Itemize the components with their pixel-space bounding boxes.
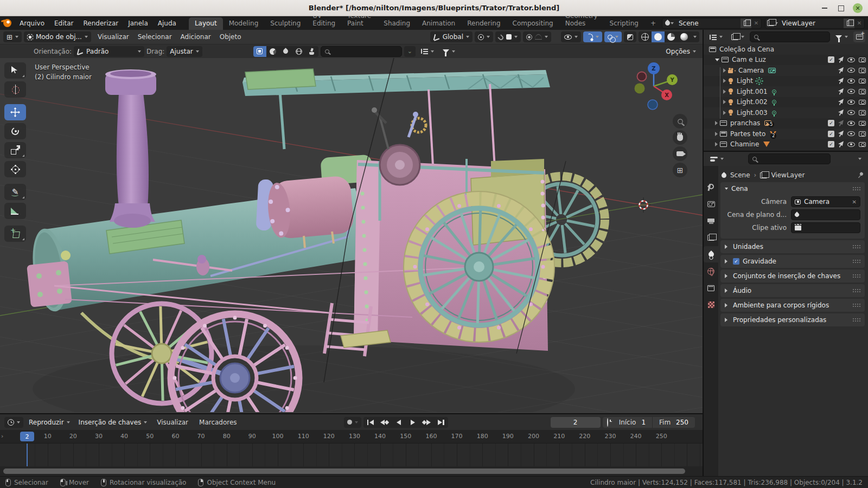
navigation-gizmo[interactable]: Z Y X: [628, 61, 680, 113]
axis-neg-z-ball[interactable]: [648, 100, 658, 110]
keying-menu[interactable]: Inserção de chaves: [75, 417, 151, 428]
timeline-expand-arrow[interactable]: ›: [1, 433, 3, 440]
properties-tab-texture[interactable]: [704, 297, 718, 313]
selectable-toggle-icon[interactable]: [838, 131, 844, 137]
expander-icon[interactable]: [723, 89, 726, 94]
panel-grip[interactable]: [852, 318, 860, 322]
disable-render-toggle-icon[interactable]: [859, 121, 866, 126]
outliner-row-camera[interactable]: Camera: [704, 65, 868, 76]
jump-last-button[interactable]: [434, 417, 448, 428]
section-checkbox-icon[interactable]: ✓: [733, 258, 739, 265]
hide-viewport-toggle-icon[interactable]: [847, 110, 855, 115]
expander-icon[interactable]: [723, 68, 726, 73]
section-header[interactable]: Unidades: [720, 240, 865, 253]
transform-orientation-dropdown[interactable]: Global: [430, 31, 473, 42]
panel-grip[interactable]: [852, 187, 860, 191]
viewlayer-name[interactable]: ViewLayer: [780, 20, 844, 27]
checkbox-icon[interactable]: ✓: [828, 141, 834, 147]
viewport-menu-objeto[interactable]: Objeto: [215, 33, 246, 41]
scene-selector[interactable]: Scene ✕: [662, 18, 762, 29]
outliner-item-label[interactable]: Light.001: [737, 88, 768, 95]
zoom-button[interactable]: [673, 114, 687, 129]
selectable-toggle-icon[interactable]: [838, 99, 844, 105]
remove-viewlayer-button[interactable]: ✕: [854, 20, 864, 26]
tool-add-cube-button[interactable]: [4, 226, 26, 242]
outliner-row-light-001[interactable]: Light.001: [704, 86, 868, 97]
use-preview-range-button[interactable]: [603, 419, 612, 426]
axis-neg-y-ball[interactable]: [637, 72, 647, 81]
tab-layout[interactable]: Layout: [189, 17, 223, 30]
outliner-item-label[interactable]: Chamine: [730, 140, 759, 148]
outliner-row-light-002[interactable]: Light.002: [704, 97, 868, 108]
outliner-row-chamine[interactable]: Chamine✓: [704, 139, 868, 150]
checkbox-icon[interactable]: ✓: [828, 131, 834, 137]
display-mode-dropdown[interactable]: [418, 46, 437, 57]
selectable-toggle-icon[interactable]: [838, 88, 844, 95]
viewlayer-icon[interactable]: [765, 18, 780, 28]
frame-end-field[interactable]: Fim250: [652, 417, 695, 428]
outliner-item-label[interactable]: Light.003: [737, 109, 768, 117]
tab-sculpting[interactable]: Sculpting: [264, 17, 307, 30]
timeline-editor-type-button[interactable]: [4, 417, 23, 428]
collapse-button[interactable]: ⌄: [404, 46, 416, 57]
playback-menu[interactable]: Reproduzir: [25, 417, 73, 428]
pin-icon[interactable]: [856, 171, 865, 180]
outliner-display-mode-dropdown[interactable]: [728, 31, 748, 42]
disable-render-toggle-icon[interactable]: [859, 142, 866, 147]
filter-world-icon[interactable]: [292, 46, 305, 57]
properties-editor-type-button[interactable]: [707, 153, 727, 164]
checkbox-icon[interactable]: ✓: [828, 120, 834, 126]
magnet-icon[interactable]: [497, 34, 505, 41]
timeline-markers-menu[interactable]: Marcadores: [195, 419, 241, 426]
current-frame-badge[interactable]: 2: [20, 432, 34, 441]
mode-dropdown[interactable]: Modo de obj...: [24, 31, 91, 42]
expander-icon[interactable]: [715, 59, 719, 61]
scene-render[interactable]: [0, 58, 703, 412]
clear-icon[interactable]: ✕: [852, 199, 857, 205]
tool-cursor-3d-button[interactable]: [4, 81, 26, 98]
section-header[interactable]: Áudio: [720, 284, 865, 297]
tool-scale-button[interactable]: [4, 142, 26, 158]
checkbox-icon[interactable]: ✓: [828, 56, 834, 63]
menu-ajuda[interactable]: Ajuda: [153, 16, 181, 30]
tool-measure-button[interactable]: [4, 203, 26, 219]
properties-tab-object[interactable]: [704, 280, 718, 296]
expander-icon[interactable]: [723, 79, 726, 83]
add-workspace-tab[interactable]: +: [644, 17, 662, 30]
menu-arquivo[interactable]: Arquivo: [15, 16, 49, 30]
breadcrumb-viewlayer[interactable]: ViewLayer: [771, 171, 805, 179]
axis-neg-x-ball[interactable]: [635, 84, 645, 94]
filter-material-icon[interactable]: [266, 46, 279, 57]
expander-icon[interactable]: [723, 100, 726, 104]
disable-render-toggle-icon[interactable]: [859, 110, 866, 115]
outliner-row-cole-o-da-cena[interactable]: Coleção da Cena: [704, 44, 868, 55]
play-button[interactable]: [406, 417, 420, 428]
viewport-menu-adicionar[interactable]: Adicionar: [176, 33, 215, 41]
properties-tab-scene[interactable]: [704, 246, 718, 262]
tab-animation[interactable]: Animation: [416, 17, 461, 30]
hide-viewport-toggle-icon[interactable]: [847, 100, 855, 105]
copy-scene-button[interactable]: [741, 18, 751, 28]
properties-tab-tool[interactable]: [704, 179, 718, 195]
expander-icon[interactable]: [723, 111, 726, 115]
hide-viewport-toggle-icon[interactable]: [847, 57, 855, 62]
property-field-clip[interactable]: [791, 222, 860, 233]
timeline-view-menu[interactable]: Visualizar: [152, 419, 193, 426]
outliner-item-label[interactable]: Light.002: [737, 98, 768, 106]
viewport-menu-visualizar[interactable]: Visualizar: [93, 33, 133, 41]
outliner-item-label[interactable]: Cam e Luz: [732, 56, 766, 63]
disable-render-toggle-icon[interactable]: [859, 68, 866, 73]
properties-tab-view-layer[interactable]: [704, 229, 718, 246]
panel-grip[interactable]: [852, 259, 860, 264]
outliner-row-light[interactable]: Light: [704, 76, 868, 87]
tool-annotate-button[interactable]: ✎: [4, 184, 26, 200]
gizmos-toggle[interactable]: [583, 31, 602, 42]
pan-button[interactable]: [673, 130, 687, 145]
tool-transform-button[interactable]: [4, 161, 26, 177]
camera-view-button[interactable]: [673, 146, 687, 161]
shading-wireframe-button[interactable]: [639, 31, 652, 42]
copy-viewlayer-button[interactable]: [844, 18, 854, 28]
hide-viewport-toggle-icon[interactable]: [847, 89, 855, 94]
outliner-row-pranchas[interactable]: pranchas5✓: [704, 118, 868, 129]
disable-render-toggle-icon[interactable]: [859, 131, 866, 137]
